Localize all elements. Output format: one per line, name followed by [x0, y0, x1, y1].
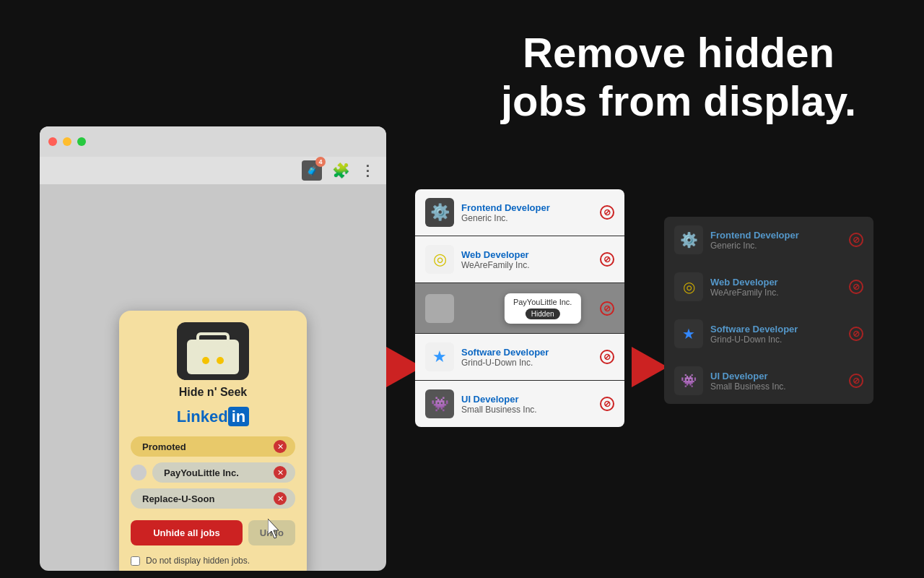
job-list-left: ⚙️ Frontend Developer Generic Inc. ⊘ ◎ W… — [415, 189, 624, 427]
menu-dots-icon[interactable]: ⋮ — [360, 162, 375, 179]
job-item-ui-right: 👾 UI Developer Small Business Inc. ⊘ — [664, 358, 873, 404]
tag-avatar-payyoulittle — [131, 465, 147, 480]
tag-close-promoted[interactable]: ✕ — [274, 440, 287, 453]
browser-maximize-dot — [77, 137, 86, 146]
job-company-small-right: Small Business Inc. — [710, 381, 842, 392]
hidden-tooltip: PayYouLittle Inc. Hidden — [505, 293, 581, 324]
job-logo-ghost: 👾 — [425, 389, 454, 418]
briefcase-body — [187, 340, 239, 374]
tag-row-payyoulittle: PayYouLittle Inc. ✕ — [131, 462, 295, 483]
job-title-software: Software Developer — [461, 347, 593, 358]
app-title: Hide n' Seek — [131, 386, 295, 399]
job-company-family-right: WeAreFamily Inc. — [710, 288, 842, 298]
job-logo-gear-right: ⚙️ — [674, 225, 703, 254]
tags-list: Promoted ✕ PayYouLittle Inc. ✕ Replace-U… — [131, 436, 295, 509]
cat-logo-image — [177, 322, 249, 380]
job-title-frontend: Frontend Developer — [461, 202, 593, 213]
tag-label-promoted: Promoted — [142, 441, 268, 452]
hero-title: Remove hidden jobs from display. — [448, 29, 910, 125]
job-title-ui: UI Developer — [461, 394, 593, 405]
block-icon-frontend: ⊘ — [600, 205, 614, 220]
tag-pill-replaceu: Replace-U-Soon ✕ — [131, 488, 295, 509]
buttons-row: Unhide all jobs Undo — [131, 520, 295, 545]
job-company-grind-right: Grind-U-Down Inc. — [710, 335, 842, 345]
browser-mockup: 🧳 4 🧩 ⋮ — [40, 126, 386, 571]
tag-close-replaceu[interactable]: ✕ — [274, 492, 287, 505]
arrow-shape-second — [632, 347, 668, 387]
job-info-frontend-right: Frontend Developer Generic Inc. — [710, 230, 842, 251]
job-info-ui-right: UI Developer Small Business Inc. — [710, 371, 842, 392]
block-icon-ui-right: ⊘ — [849, 374, 863, 388]
job-logo-circle: ◎ — [425, 245, 454, 274]
job-logo-ghost-right: 👾 — [674, 366, 703, 395]
popup-panel: Hide n' Seek Linkedin Promoted ✕ PayYouL… — [119, 311, 307, 571]
linkedin-logo: Linkedin — [131, 407, 295, 426]
browser-close-dot — [48, 137, 57, 146]
tag-row-promoted: Promoted ✕ — [131, 436, 295, 457]
browser-minimize-dot — [63, 137, 71, 146]
hero-section: Remove hidden jobs from display. — [448, 29, 910, 125]
linkedin-text: Linkedin — [177, 407, 249, 426]
tag-pill-payyoulittle: PayYouLittle Inc. ✕ — [152, 462, 295, 483]
extension-icon[interactable]: 🧳 4 — [302, 160, 322, 181]
arrow-second — [632, 347, 668, 387]
job-item-frontend-right: ⚙️ Frontend Developer Generic Inc. ⊘ — [664, 217, 873, 264]
block-icon-software: ⊘ — [600, 350, 614, 364]
job-company-generic: Generic Inc. — [461, 213, 593, 223]
job-info-web: Web Developer WeAreFamily Inc. — [461, 249, 593, 270]
job-info-frontend: Frontend Developer Generic Inc. — [461, 202, 593, 223]
cat-ear-left — [191, 344, 203, 354]
hide-jobs-checkbox[interactable] — [131, 556, 140, 566]
job-company-generic-right: Generic Inc. — [710, 241, 842, 251]
job-logo-star-right: ★ — [674, 319, 703, 348]
tag-label-replaceu: Replace-U-Soon — [142, 493, 268, 504]
unhide-all-button[interactable]: Unhide all jobs — [131, 520, 243, 545]
cat-eyes — [202, 357, 224, 364]
tag-label-payyoulittle: PayYouLittle Inc. — [164, 467, 268, 478]
block-icon-ui: ⊘ — [600, 397, 614, 411]
job-title-web-right: Web Developer — [710, 277, 842, 288]
job-info-software: Software Developer Grind-U-Down Inc. — [461, 347, 593, 368]
job-item-hidden: PayYouLittle Inc. Hidden ⊘ — [415, 283, 624, 334]
job-logo-hidden — [425, 294, 454, 323]
job-item-software-left: ★ Software Developer Grind-U-Down Inc. ⊘ — [415, 334, 624, 381]
job-logo-star: ★ — [425, 342, 454, 371]
block-icon-web-right: ⊘ — [849, 280, 863, 294]
cat-eye-left — [202, 357, 209, 364]
briefcase-handle — [196, 332, 230, 340]
job-company-small: Small Business Inc. — [461, 405, 593, 415]
puzzle-icon[interactable]: 🧩 — [332, 162, 350, 179]
tooltip-company: PayYouLittle Inc. — [513, 298, 572, 306]
job-info-ui: UI Developer Small Business Inc. — [461, 394, 593, 415]
job-title-ui-right: UI Developer — [710, 371, 842, 381]
job-logo-gear: ⚙️ — [425, 198, 454, 227]
cat-eye-right — [217, 357, 224, 364]
job-title-software-right: Software Developer — [710, 324, 842, 335]
job-item-web-left: ◎ Web Developer WeAreFamily Inc. ⊘ — [415, 236, 624, 283]
browser-toolbar: 🧳 4 🧩 ⋮ — [40, 157, 386, 184]
job-list-right: ⚙️ Frontend Developer Generic Inc. ⊘ ◎ W… — [664, 217, 873, 404]
block-icon-frontend-right: ⊘ — [849, 233, 863, 247]
job-item-frontend-left: ⚙️ Frontend Developer Generic Inc. ⊘ — [415, 189, 624, 236]
undo-button[interactable]: Undo — [248, 520, 295, 545]
job-item-ui-left: 👾 UI Developer Small Business Inc. ⊘ — [415, 381, 624, 427]
tag-close-payyoulittle[interactable]: ✕ — [274, 466, 287, 479]
job-item-software-right: ★ Software Developer Grind-U-Down Inc. ⊘ — [664, 311, 873, 358]
job-title-web: Web Developer — [461, 249, 593, 260]
block-icon-hidden: ⊘ — [600, 301, 614, 316]
hidden-badge: Hidden — [526, 309, 560, 319]
app-logo — [131, 322, 295, 380]
checkbox-row: Do not display hidden jobs. — [131, 556, 295, 566]
cat-ear-right — [223, 344, 235, 354]
job-info-web-right: Web Developer WeAreFamily Inc. — [710, 277, 842, 298]
cat-ears — [191, 344, 235, 354]
job-company-family: WeAreFamily Inc. — [461, 260, 593, 270]
browser-titlebar — [40, 126, 386, 157]
extension-badge: 4 — [315, 157, 326, 167]
block-icon-software-right: ⊘ — [849, 327, 863, 341]
tag-row-replaceu: Replace-U-Soon ✕ — [131, 488, 295, 509]
block-icon-web: ⊘ — [600, 252, 614, 267]
tag-pill-promoted: Promoted ✕ — [131, 436, 295, 457]
job-info-software-right: Software Developer Grind-U-Down Inc. — [710, 324, 842, 345]
job-logo-circle-right: ◎ — [674, 272, 703, 301]
